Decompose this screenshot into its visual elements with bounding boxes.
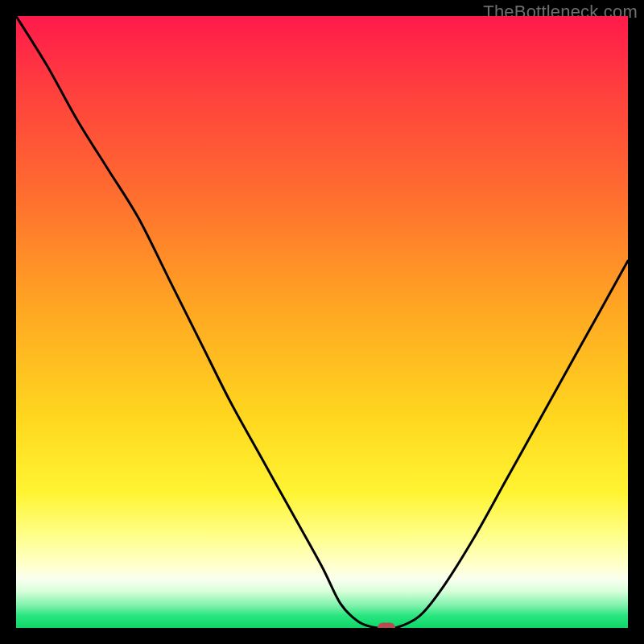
curve-path bbox=[16, 16, 628, 628]
chart-frame: TheBottleneck.com bbox=[0, 0, 644, 644]
optimal-point-marker bbox=[378, 623, 395, 629]
bottleneck-curve bbox=[16, 16, 628, 628]
plot-area bbox=[16, 16, 628, 628]
